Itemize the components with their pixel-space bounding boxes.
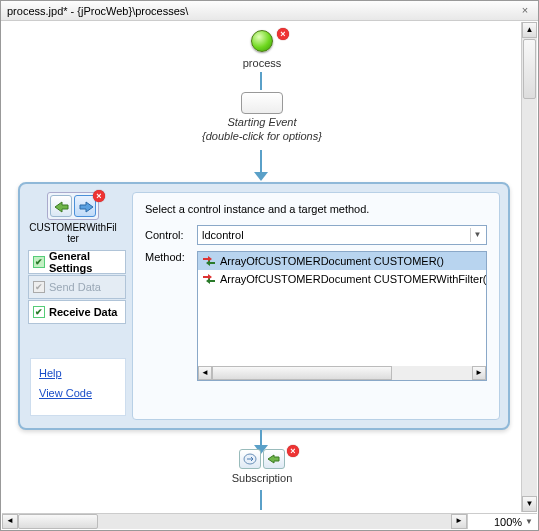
- config-panel: × × CUSTOMERWithFilter: [18, 182, 510, 430]
- scroll-right-button[interactable]: ►: [472, 366, 486, 380]
- listbox-h-scrollbar[interactable]: ◄ ►: [198, 366, 486, 380]
- flow-line: [260, 430, 262, 446]
- window-title: process.jpd* - {jProcWeb}\processes\: [7, 5, 518, 17]
- start-node[interactable]: × process: [232, 30, 292, 69]
- zoom-value: 100%: [494, 516, 522, 528]
- method-listbox[interactable]: ArrayOfCUSTOMERDocument CUSTOMER() Array…: [197, 251, 487, 381]
- chevron-down-icon: ▼: [525, 517, 533, 526]
- scroll-right-button[interactable]: ►: [451, 514, 467, 529]
- view-code-link[interactable]: View Code: [39, 387, 117, 399]
- subscription-in-icon: [239, 449, 261, 469]
- panel-side-nav: ✔ General Settings ✔ Send Data ✔ Receive…: [28, 250, 126, 325]
- scroll-left-button[interactable]: ◄: [2, 514, 18, 529]
- event-hint: {double-click for options}: [182, 130, 342, 142]
- process-canvas[interactable]: × process Starting Event {double-click f…: [2, 22, 520, 512]
- nav-general-settings[interactable]: ✔ General Settings: [28, 250, 126, 274]
- method-item[interactable]: ArrayOfCUSTOMERDocument CUSTOMERWithFilt…: [198, 270, 486, 288]
- panel-toolbar: × CUSTOMERWithFilter: [28, 192, 118, 244]
- check-icon: ✔: [33, 306, 45, 318]
- arrowhead-icon: [254, 172, 268, 181]
- horizontal-scrollbar[interactable]: ◄ ►: [2, 514, 467, 529]
- nav-send-data[interactable]: ✔ Send Data: [28, 275, 126, 299]
- error-badge-icon: ×: [277, 28, 289, 40]
- scroll-up-button[interactable]: ▲: [522, 22, 537, 38]
- panel-prompt: Select a control instance and a target m…: [145, 203, 487, 215]
- start-node-label: process: [232, 57, 292, 69]
- error-badge-icon: ×: [287, 445, 299, 457]
- method-text: ArrayOfCUSTOMERDocument CUSTOMERWithFilt…: [220, 273, 487, 285]
- scroll-thumb[interactable]: [212, 366, 392, 380]
- vertical-scrollbar[interactable]: ▲ ▼: [521, 22, 537, 512]
- flow-line: [260, 490, 262, 510]
- send-tool-icon[interactable]: [50, 195, 72, 217]
- subscription-label: Subscription: [228, 472, 296, 484]
- window-close-button[interactable]: ×: [518, 4, 532, 18]
- scroll-down-button[interactable]: ▼: [522, 496, 537, 512]
- method-icon: [202, 255, 216, 267]
- nav-label: Receive Data: [49, 306, 118, 318]
- control-label: Control:: [145, 229, 197, 241]
- zoom-control[interactable]: 100% ▼: [467, 514, 537, 529]
- scroll-thumb[interactable]: [18, 514, 98, 529]
- nav-receive-data[interactable]: ✔ Receive Data: [28, 300, 126, 324]
- help-link[interactable]: Help: [39, 367, 117, 379]
- subscription-node[interactable]: × Subscription: [228, 449, 296, 484]
- starting-event-node[interactable]: Starting Event {double-click for options…: [182, 92, 342, 142]
- scroll-thumb[interactable]: [523, 39, 536, 99]
- toolbar-label: CUSTOMERWithFilter: [28, 222, 118, 244]
- event-box-icon: [241, 92, 283, 114]
- panel-content: Select a control instance and a target m…: [132, 192, 500, 420]
- method-item[interactable]: ArrayOfCUSTOMERDocument CUSTOMER(): [198, 252, 486, 270]
- method-text: ArrayOfCUSTOMERDocument CUSTOMER(): [220, 255, 444, 267]
- control-value: ldcontrol: [202, 229, 244, 241]
- title-bar: process.jpd* - {jProcWeb}\processes\ ×: [1, 1, 538, 21]
- editor-window: process.jpd* - {jProcWeb}\processes\ × ×…: [0, 0, 539, 531]
- nav-label: General Settings: [49, 250, 121, 274]
- chevron-down-icon: ▼: [470, 228, 484, 242]
- check-icon: ✔: [33, 281, 45, 293]
- method-label: Method:: [145, 251, 197, 263]
- flow-line: [260, 72, 262, 90]
- status-bar: ◄ ► 100% ▼: [2, 513, 537, 529]
- scroll-left-button[interactable]: ◄: [198, 366, 212, 380]
- event-label: Starting Event: [182, 116, 342, 128]
- method-icon: [202, 273, 216, 285]
- control-dropdown[interactable]: ldcontrol ▼: [197, 225, 487, 245]
- nav-label: Send Data: [49, 281, 101, 293]
- panel-links: Help View Code: [30, 358, 126, 416]
- check-icon: ✔: [33, 256, 45, 268]
- subscription-out-icon: [263, 449, 285, 469]
- error-badge-icon: ×: [93, 190, 105, 202]
- flow-line: [260, 150, 262, 172]
- start-icon: [251, 30, 273, 52]
